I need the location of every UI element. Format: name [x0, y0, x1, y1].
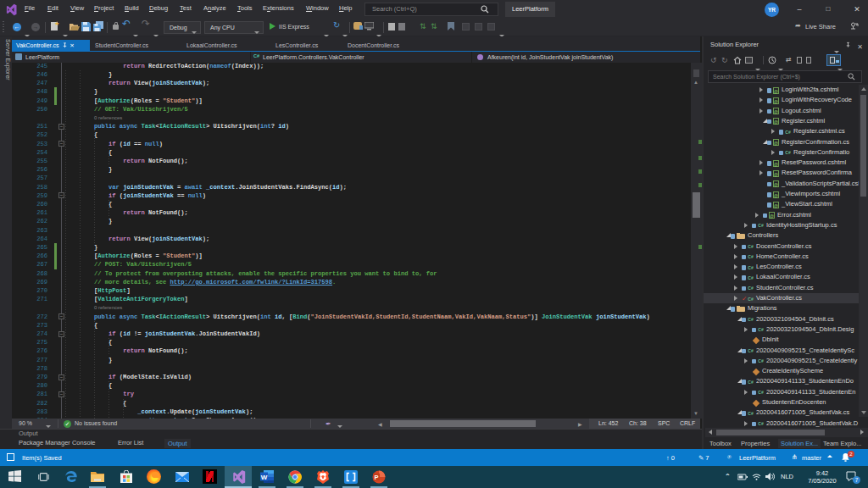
svg-text:W: W [260, 474, 267, 481]
svg-text:P: P [374, 473, 378, 480]
